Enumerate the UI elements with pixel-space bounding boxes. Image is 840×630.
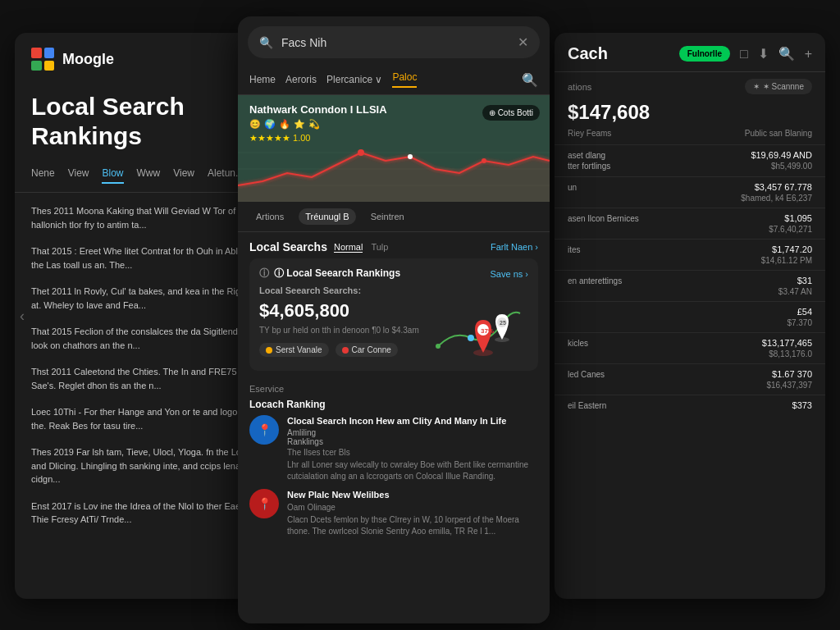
square-icon[interactable]: □	[740, 47, 748, 62]
nav-plercanice[interactable]: Plercanice ∨	[326, 74, 382, 85]
card-center: 🔍 Facs Nih ✕ Heme Aeroris Plercanice ∨ P…	[238, 16, 550, 623]
rankings-save-link[interactable]: Save ns ›	[491, 269, 528, 279]
nav-www[interactable]: Www	[137, 167, 161, 184]
article-6: Loec 10Thi - For ther Hange and Yon or t…	[31, 405, 269, 432]
right-section-title: ations	[568, 82, 591, 92]
tab-seintren[interactable]: Seintren	[364, 208, 411, 225]
data-row-7: led Canes $1.67 370 $16,437,397	[555, 363, 825, 395]
data-values-4: $31 $3.47 AN	[778, 276, 812, 296]
list-item-2: 📍 New Plalc New Welilbes Oam Olinage Cla…	[249, 489, 538, 536]
data-amount2-2: $7.6,40,271	[769, 225, 812, 234]
nav-paloc[interactable]: Paloc	[392, 71, 417, 88]
sub-tab-normal[interactable]: Normal	[334, 242, 363, 253]
local-searches-title: Local Searchs	[249, 240, 327, 253]
article-7: Thes 2019 Far lsh tam, Tieve, Ulocl, Ylo…	[31, 445, 269, 486]
nav-view2[interactable]: View	[173, 167, 194, 184]
map-title-text: Nathwark Conndon I LLSIA	[249, 103, 387, 116]
list-icon-red: 📍	[249, 489, 279, 518]
nav-view1[interactable]: View	[68, 167, 89, 184]
svg-point-6	[468, 335, 474, 341]
data-amount-2: $1,095	[769, 213, 812, 223]
nav-blow[interactable]: Blow	[102, 167, 123, 184]
data-row-8: eil Eastern $373	[555, 395, 825, 416]
article-5: Thst 2011 Caleetond the Chties. The In a…	[31, 365, 269, 392]
data-values-3: $1,747.20 $14,61.12 PM	[761, 244, 812, 265]
right-amount-large: $147,608	[555, 98, 825, 127]
map-title-overlay: Nathwark Conndon I LLSIA 😊 🌍 🔥 ⭐ 💫 ★★★★★…	[249, 103, 387, 144]
data-values-5: £54 $7.370	[787, 307, 812, 327]
tabs-row: Artions Tréunugl B Seintren	[238, 202, 550, 232]
data-values-2: $1,095 $7.6,40,271	[769, 213, 812, 234]
data-amount-4: $31	[778, 276, 812, 285]
search-bar[interactable]: 🔍 Facs Nih ✕	[248, 26, 540, 58]
data-values-1: $3,457 67.778 $hamed, k4 E6,237	[741, 182, 812, 203]
right-sub-right: Public san Blaning	[745, 129, 812, 138]
nav-heme[interactable]: Heme	[249, 74, 276, 85]
article-7-text: Thes 2019 Far lsh tam, Tieve, Ulocl, Ylo…	[31, 445, 269, 486]
tag-1: Serst Vanale	[259, 343, 329, 357]
map-overlay-btn[interactable]: ⊕ Cots Botti	[482, 105, 540, 121]
local-searches-header: Local Searchs Normal Tulp Farlt Naen ›	[238, 232, 550, 258]
data-amount2-7: $16,437,397	[766, 381, 812, 390]
center-nav: Heme Aeroris Plercanice ∨ Paloc 🔍	[238, 68, 550, 95]
moogle-logo-icon	[31, 48, 54, 71]
list-subtitle-1: Amliling Ranklings	[287, 428, 538, 446]
plus-icon[interactable]: +	[805, 47, 812, 62]
scan-button[interactable]: ✶ ✶ Scannne	[745, 79, 812, 94]
local-searches-link[interactable]: Farlt Naen ›	[491, 242, 538, 252]
scan-icon: ✶	[753, 82, 760, 91]
rankings-amount: $4,605,800	[259, 300, 419, 322]
rankings-header: ⓘ ⓘ Local Seearch Rankings Save ns ›	[259, 267, 528, 281]
article-2-text: That 2015 : Ereet Whe litet Contrat for …	[31, 244, 269, 272]
data-row-5: £54 $7.370	[555, 301, 825, 332]
article-5-text: Thst 2011 Caleetond the Chties. The In a…	[31, 365, 269, 392]
data-label-7: led Canes	[568, 369, 605, 380]
data-amount2-5: $7.370	[787, 318, 812, 327]
data-amount-8: $373	[792, 400, 812, 410]
data-amount-3: $1,747.20	[761, 244, 812, 254]
svg-text:25: 25	[500, 320, 506, 326]
map-icons-row: 😊 🌍 🔥 ⭐ 💫	[249, 119, 387, 130]
download-icon[interactable]: ⬇	[758, 46, 769, 62]
list-icon-blue: 📍	[249, 415, 279, 445]
search-close-icon[interactable]: ✕	[518, 34, 528, 50]
tag-2: Car Conne	[336, 343, 398, 357]
article-1: Thes 2011 Moona Kaking that Will Geviad …	[31, 204, 269, 231]
locach-label: Locach Ranking	[238, 395, 550, 415]
data-values-0: $19,69.49 AND $h5,499.00	[751, 150, 812, 171]
list-desc-1: Lhr all Loner say wlecally to cwraley Bo…	[287, 459, 538, 482]
rankings-info-icon: ⓘ	[259, 267, 269, 281]
screenshot-container: Moogle Local Search Rankings ⭐ Nene View…	[0, 0, 840, 630]
data-amount-6: $13,177,465	[762, 338, 812, 348]
nav-search-icon[interactable]: 🔍	[522, 72, 538, 88]
nav-nene[interactable]: Nene	[31, 167, 55, 184]
data-label-0: aset dlangtter fortlings	[568, 150, 610, 171]
hero-title: Local Search Rankings	[31, 92, 230, 151]
rankings-card: ⓘ ⓘ Local Seearch Rankings Save ns › Loc…	[249, 258, 538, 371]
list-title-1: Clocal Search Incon Hew am Clity And Man…	[287, 415, 538, 427]
list-content-2: New Plalc New Welilbes Oam Olinage Clacn…	[287, 489, 538, 536]
right-subtitle-row: Riey Feams Public san Blaning	[555, 127, 825, 144]
svg-point-5	[482, 158, 486, 163]
data-label-4: en anterettings	[568, 276, 622, 286]
fulnorlle-btn[interactable]: Fulnorlle	[679, 46, 730, 62]
svg-point-8	[436, 344, 441, 349]
svg-text:37%: 37%	[481, 327, 494, 335]
data-row-4: en anterettings $31 $3.47 AN	[555, 270, 825, 301]
data-row-1: un $3,457 67.778 $hamed, k4 E6,237	[555, 176, 825, 208]
sub-tab-tulp[interactable]: Tulp	[371, 242, 388, 253]
data-label-6: kicles	[568, 338, 588, 349]
data-amount-5: £54	[787, 307, 812, 317]
data-amount2-4: $3.47 AN	[778, 287, 812, 296]
local-searches-sub-tabs: Normal Tulp	[334, 242, 388, 253]
tab-treunugl[interactable]: Tréunugl B	[299, 208, 355, 225]
nav-aeroris[interactable]: Aeroris	[285, 74, 317, 85]
eservice-label: Eservice	[238, 379, 550, 395]
left-arrow-icon[interactable]: ‹	[20, 308, 25, 325]
search-right-icon[interactable]: 🔍	[778, 46, 795, 62]
search-input[interactable]: Facs Nih	[281, 36, 509, 49]
map-pins-svg: 37% 25	[430, 281, 528, 363]
article-6-text: Loec 10Thi - For ther Hange and Yon or t…	[31, 405, 269, 432]
tab-artions[interactable]: Artions	[249, 208, 290, 225]
data-amount2-6: $8,13,176.0	[762, 349, 812, 358]
